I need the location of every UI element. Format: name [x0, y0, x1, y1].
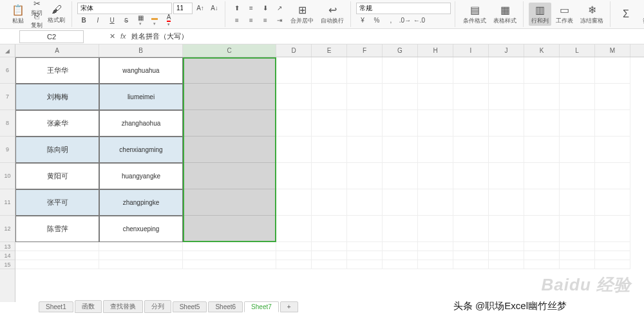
- row-header[interactable]: 12: [0, 216, 15, 242]
- select-all-corner[interactable]: ◢: [0, 44, 15, 57]
- row-header[interactable]: 6: [0, 57, 15, 84]
- col-header[interactable]: G: [383, 44, 418, 57]
- table-style-icon: ▦: [498, 4, 511, 16]
- number-format-select[interactable]: [356, 3, 451, 14]
- col-header[interactable]: B: [99, 44, 183, 57]
- sheet-tab[interactable]: Sheet1: [39, 301, 73, 312]
- table-style-button[interactable]: ▦表格样式: [491, 3, 519, 26]
- col-header[interactable]: K: [524, 44, 560, 57]
- paste-button[interactable]: 📋 粘贴: [8, 3, 28, 26]
- align-right-button[interactable]: ≡: [259, 15, 272, 26]
- cell[interactable]: [183, 189, 276, 216]
- indent-button[interactable]: ⇥: [273, 15, 286, 26]
- cancel-formula-button[interactable]: ✕: [109, 32, 115, 41]
- cell[interactable]: [183, 57, 276, 84]
- formula-input[interactable]: 姓名拼音（大写）: [131, 32, 188, 41]
- increase-decimal-button[interactable]: .0→: [399, 15, 412, 26]
- col-header[interactable]: I: [453, 44, 489, 57]
- row-header[interactable]: 8: [0, 110, 15, 137]
- freeze-button[interactable]: ❄冻结窗格: [578, 3, 606, 26]
- row-header[interactable]: 9: [0, 137, 15, 163]
- cell[interactable]: 张豪华: [15, 110, 99, 137]
- col-header[interactable]: F: [347, 44, 383, 57]
- col-header[interactable]: C: [183, 44, 276, 57]
- col-header[interactable]: E: [312, 44, 347, 57]
- decrease-decimal-button[interactable]: ←.0: [413, 15, 426, 26]
- font-size-select[interactable]: [173, 3, 193, 14]
- cell[interactable]: 王华华: [15, 57, 99, 84]
- row-header[interactable]: 14: [0, 251, 15, 260]
- underline-button[interactable]: U: [106, 15, 118, 26]
- cell[interactable]: 刘梅梅: [15, 84, 99, 110]
- cut-icon: ✂: [32, 0, 42, 8]
- orientation-button[interactable]: ↗: [273, 3, 286, 14]
- border-button[interactable]: ▦▾: [134, 15, 147, 26]
- new-sheet-button[interactable]: +: [280, 301, 298, 312]
- sheet-tab[interactable]: 分列: [144, 300, 171, 313]
- comma-button[interactable]: ,: [384, 15, 397, 26]
- conditional-format-button[interactable]: ▤条件格式: [460, 3, 489, 26]
- copy-button[interactable]: ⎘复制: [30, 15, 43, 26]
- cells-area[interactable]: 王华华wanghuahua 刘梅梅liumeimei 张豪华zhanghaohu…: [15, 57, 644, 269]
- col-header[interactable]: D: [276, 44, 312, 57]
- sheet-tab[interactable]: Sheet7: [244, 301, 279, 312]
- cell[interactable]: [183, 110, 276, 137]
- percent-button[interactable]: %: [370, 15, 383, 26]
- row-header[interactable]: 7: [0, 84, 15, 110]
- cell[interactable]: [183, 137, 276, 163]
- align-center-button[interactable]: ≡: [245, 15, 258, 26]
- cell[interactable]: 张平可: [15, 189, 99, 216]
- filter-button[interactable]: ▽筛选: [638, 3, 644, 26]
- cell[interactable]: zhanghaohua: [99, 110, 183, 137]
- wrap-button[interactable]: ↩自动换行: [318, 3, 346, 26]
- cell[interactable]: 陈雪萍: [15, 216, 99, 242]
- row-header[interactable]: 13: [0, 242, 15, 251]
- cell[interactable]: 陈向明: [15, 137, 99, 163]
- cell[interactable]: liumeimei: [99, 84, 183, 110]
- col-header[interactable]: A: [15, 44, 99, 57]
- cell[interactable]: [183, 163, 276, 189]
- font-color-button[interactable]: A▾: [162, 15, 175, 26]
- cell[interactable]: [183, 84, 276, 110]
- align-bottom-button[interactable]: ⬇: [259, 3, 272, 14]
- sheet-tab[interactable]: Sheet6: [208, 301, 243, 312]
- merge-button[interactable]: ⊞合并居中: [288, 3, 316, 26]
- cell[interactable]: chenxiangming: [99, 137, 183, 163]
- strikethrough-button[interactable]: S̶: [120, 15, 133, 26]
- cell[interactable]: wanghuahua: [99, 57, 183, 84]
- cell[interactable]: huangyangke: [99, 163, 183, 189]
- align-middle-button[interactable]: ≡: [245, 3, 258, 14]
- cell[interactable]: [183, 216, 276, 242]
- format-painter-button[interactable]: 🖌 格式刷: [45, 3, 68, 26]
- worksheet-button[interactable]: ▭工作表: [553, 3, 576, 26]
- col-header[interactable]: H: [418, 44, 453, 57]
- sheet-tab[interactable]: 函数: [75, 300, 102, 313]
- currency-button[interactable]: ¥: [356, 15, 369, 26]
- align-left-button[interactable]: ≡: [231, 15, 243, 26]
- fill-color-button[interactable]: ▬▾: [148, 15, 161, 26]
- decrease-font-button[interactable]: A↓: [208, 3, 221, 14]
- cell[interactable]: [276, 57, 312, 84]
- col-header[interactable]: L: [560, 44, 595, 57]
- fx-button[interactable]: fx: [120, 32, 126, 41]
- merge-icon: ⊞: [296, 4, 308, 16]
- col-header[interactable]: M: [595, 44, 630, 57]
- sheet-tab[interactable]: 查找替换: [103, 300, 143, 313]
- row-col-button[interactable]: ▥行和列: [529, 3, 551, 26]
- bold-button[interactable]: B: [77, 15, 90, 26]
- col-header[interactable]: J: [489, 44, 524, 57]
- cell[interactable]: zhangpingke: [99, 189, 183, 216]
- italic-button[interactable]: I: [91, 15, 104, 26]
- increase-font-button[interactable]: A↑: [194, 3, 207, 14]
- row-header[interactable]: 10: [0, 163, 15, 189]
- spreadsheet-grid: ◢ 6 7 8 9 10 11 12 13 14 15 A B C D E F …: [0, 44, 644, 302]
- row-header[interactable]: 15: [0, 260, 15, 269]
- sum-button[interactable]: Σ: [616, 3, 636, 26]
- row-header[interactable]: 11: [0, 189, 15, 216]
- cell[interactable]: chenxueping: [99, 216, 183, 242]
- sheet-tab[interactable]: Sheet5: [173, 301, 207, 312]
- font-name-select[interactable]: [77, 3, 172, 14]
- cell[interactable]: 黄阳可: [15, 163, 99, 189]
- name-box[interactable]: C2: [19, 30, 84, 43]
- align-top-button[interactable]: ⬆: [231, 3, 243, 14]
